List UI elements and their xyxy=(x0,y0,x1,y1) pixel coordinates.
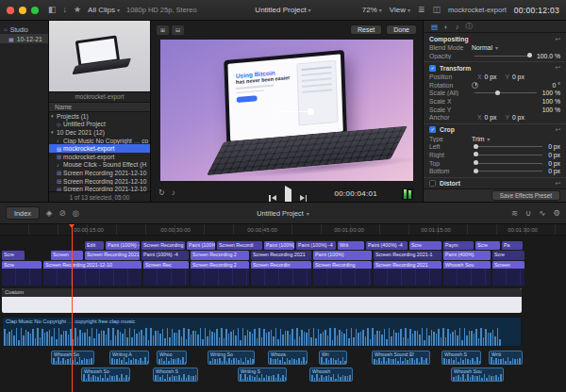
snapping-icon[interactable]: ∪ xyxy=(525,208,531,218)
timeline-clip[interactable]: Pa xyxy=(502,241,523,250)
x-value[interactable]: 0 px xyxy=(485,74,497,80)
parameter-value[interactable]: 0 px xyxy=(548,152,560,158)
browser-clip-row[interactable]: ▤mockrocket-export xyxy=(49,153,150,161)
transform-rotation-handle[interactable] xyxy=(308,108,314,115)
viewer-timecode[interactable]: 00:00:04:01 xyxy=(334,189,377,198)
parameter-slider[interactable] xyxy=(474,163,542,164)
parameter-value[interactable]: 0 px xyxy=(548,143,560,150)
close-window-button[interactable] xyxy=(7,7,14,14)
parameter-slider[interactable] xyxy=(474,155,542,155)
inspector-section-compositing[interactable]: Compositing↩ xyxy=(424,35,566,43)
timeline-clip[interactable]: Screen xyxy=(492,261,524,286)
music-audio-clip[interactable]: Clap Music No Copyright … copyright free… xyxy=(2,317,522,347)
browser-clip-row[interactable]: ◇Untitled Project xyxy=(49,121,150,129)
index-button[interactable]: Index xyxy=(6,206,40,220)
timeline-clip[interactable]: Paint (100%) -4 xyxy=(142,251,189,260)
timeline-clip[interactable]: Edit xyxy=(85,241,104,250)
sidebar-toggle-icon[interactable]: ◧ xyxy=(48,6,57,14)
timeline-clip[interactable]: Screen xyxy=(51,251,83,260)
parameter-value[interactable]: 0 px xyxy=(548,160,560,167)
timeline-clip[interactable]: Screen Recording xyxy=(313,261,372,286)
timeline-clip[interactable]: Screen Recordin xyxy=(251,261,311,286)
inspector-toggle-icon[interactable]: ◫ xyxy=(433,6,441,14)
zoom-window-button[interactable] xyxy=(31,7,39,14)
parameter-value[interactable]: 0 ° xyxy=(553,82,560,89)
connected-audio-clip[interactable]: Whoos xyxy=(268,351,308,365)
color-tab-icon[interactable]: ◐ xyxy=(444,23,449,31)
parameter-slider[interactable] xyxy=(474,56,531,57)
timeline-ruler[interactable]: 00:00:15:0000:00:30:0000:00:45:0000:01:0… xyxy=(0,224,566,236)
timeline-clip[interactable]: Screen Recording 2021 xyxy=(251,251,311,260)
browser-group-row[interactable]: ▾10 Dec 2021 (12) xyxy=(49,128,150,137)
viewer-zoom-menu[interactable]: 72% ▾ xyxy=(362,6,382,14)
timeline-clip[interactable]: Scre xyxy=(475,241,500,250)
timeline-clip[interactable]: Screen Recording 20 xyxy=(142,241,185,250)
parameter-value[interactable]: 100.0 % xyxy=(537,53,560,59)
range-tool-icon[interactable]: ◎ xyxy=(73,208,79,218)
viewer-view-menu[interactable]: View ▾ xyxy=(390,6,410,14)
parameter-slider[interactable] xyxy=(474,171,542,172)
timeline-clip[interactable]: Scre xyxy=(2,251,25,260)
connected-audio-clip[interactable]: Writing A xyxy=(109,351,149,365)
parameter-value[interactable]: 0 px xyxy=(548,168,560,174)
connected-audio-clip[interactable]: Whoosh So xyxy=(81,368,130,382)
timeline-clip[interactable]: Screen Recording 2021-1 xyxy=(374,251,441,260)
video-tab-icon[interactable]: ▤ xyxy=(431,23,438,31)
skimming-icon[interactable]: ∿ xyxy=(539,208,545,218)
transform-anchor-handle[interactable] xyxy=(274,107,282,116)
connected-audio-clip[interactable]: Writi xyxy=(489,351,523,365)
timeline-clip[interactable]: Paint (100%) xyxy=(313,251,372,260)
audio-tab-icon[interactable]: ♪ xyxy=(456,23,459,31)
timeline-clip[interactable]: Scre xyxy=(492,251,524,260)
storyline-generator-clip[interactable]: Custom xyxy=(2,288,522,313)
inspector-section-distort[interactable]: Distort↩ xyxy=(424,179,566,188)
grid-icon[interactable]: ⊞ xyxy=(157,25,169,35)
timeline-clip[interactable]: Scre xyxy=(409,241,441,250)
loop-icon[interactable]: ↻ xyxy=(158,188,165,197)
timeline-clip[interactable]: Paint (100%) xyxy=(264,241,294,250)
browser-clip-row[interactable]: ▤mockrocket-export xyxy=(49,144,150,153)
timeline-clip[interactable]: Scre xyxy=(2,261,42,286)
pointer-tool-icon[interactable]: ◈ xyxy=(46,208,53,218)
timeline-clip[interactable]: Paint (400%) -4 xyxy=(366,241,408,250)
section-checkbox[interactable]: ✓ xyxy=(429,65,436,72)
timeline-clip[interactable]: Paint (100%) -4 xyxy=(296,241,336,250)
timeline-clip[interactable]: Screen Recording 2021-12-10 xyxy=(43,261,142,286)
section-checkbox[interactable] xyxy=(429,180,436,187)
connected-audio-clip[interactable]: Wri xyxy=(319,351,347,365)
timeline-clip[interactable]: Screen Recordi xyxy=(217,241,262,250)
skip-forward-button[interactable] xyxy=(300,195,308,202)
effects-browser-icon[interactable]: ≣ xyxy=(418,6,425,14)
connected-audio-clip[interactable]: Whoosh S xyxy=(153,368,198,382)
connected-audio-clip[interactable]: Writing S xyxy=(238,368,287,382)
video-canvas[interactable]: Using Bitcoin has never been easier xyxy=(160,40,413,181)
timeline-clip[interactable]: Paym xyxy=(443,241,474,250)
reset-button[interactable]: Reset xyxy=(350,24,382,35)
inspector-section-crop[interactable]: ✓Crop↩ xyxy=(424,125,566,134)
browser-clip-row[interactable]: ♪Clap Music No Copyright … co xyxy=(49,137,150,145)
sidebar-item-library[interactable]: ⌂ Studio xyxy=(0,24,48,34)
parameter-value[interactable]: 100 % xyxy=(542,90,560,96)
connected-audio-clip[interactable]: Whoosh So xyxy=(51,351,94,365)
clip-filmstrip-preview[interactable] xyxy=(49,21,150,92)
save-effects-preset-button[interactable]: Save Effects Preset xyxy=(491,190,560,201)
sidebar-item-event[interactable]: ▦ 10-12-21 xyxy=(0,34,48,43)
overlay-icon[interactable]: ⊟ xyxy=(172,25,184,35)
connected-audio-clip[interactable]: Whoo xyxy=(157,351,187,365)
reset-icon[interactable]: ↩ xyxy=(555,180,560,188)
timeline-clip[interactable]: Whoosh Sou xyxy=(443,261,491,286)
slider-knob[interactable] xyxy=(474,152,478,156)
dropdown-value[interactable]: Normal xyxy=(472,44,492,51)
viewer-project-title[interactable]: Untitled Project ▾ xyxy=(255,6,310,14)
volume-icon[interactable]: ♪ xyxy=(172,188,175,197)
minimize-window-button[interactable] xyxy=(19,7,26,14)
timeline-clip[interactable]: Screen Rec xyxy=(143,261,189,286)
connected-audio-clip[interactable]: Whoosh Sou xyxy=(451,368,504,382)
y-value[interactable]: 0 px xyxy=(512,74,524,80)
slider-knob[interactable] xyxy=(474,144,478,149)
timeline-clip[interactable]: Screen Recording 2021 xyxy=(85,251,140,260)
x-value[interactable]: 0 px xyxy=(485,114,497,121)
browser-clip-row[interactable]: ♪Mouse Click - Sound Effect (H xyxy=(49,161,150,170)
import-media-icon[interactable]: ↓ xyxy=(63,6,68,14)
parameter-slider[interactable] xyxy=(474,92,537,93)
